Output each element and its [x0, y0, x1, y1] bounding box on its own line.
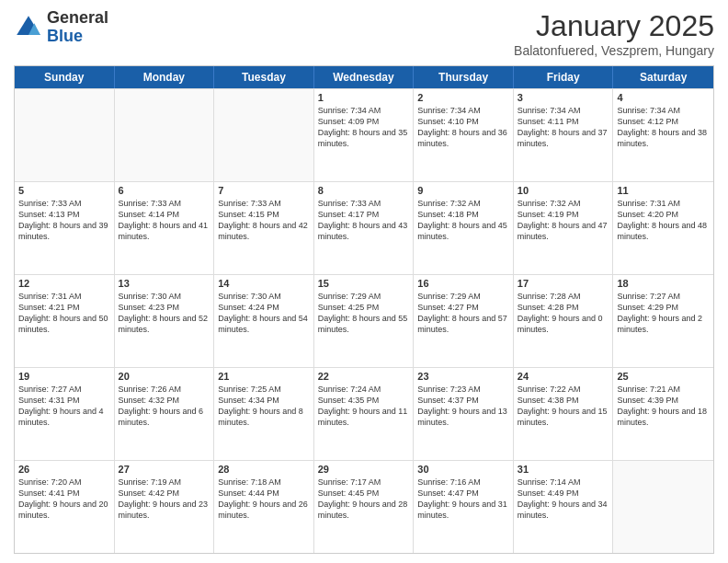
- header: General Blue January 2025 Balatonfuered,…: [14, 9, 714, 58]
- calendar-cell: 1Sunrise: 7:34 AM Sunset: 4:09 PM Daylig…: [314, 89, 415, 181]
- day-number: 29: [318, 464, 410, 475]
- calendar-cell: 28Sunrise: 7:18 AM Sunset: 4:44 PM Dayli…: [214, 461, 314, 553]
- calendar-cell: 2Sunrise: 7:34 AM Sunset: 4:10 PM Daylig…: [414, 89, 514, 181]
- day-number: 3: [518, 92, 609, 103]
- day-info: Sunrise: 7:18 AM Sunset: 4:44 PM Dayligh…: [218, 477, 310, 522]
- day-info: Sunrise: 7:20 AM Sunset: 4:41 PM Dayligh…: [18, 477, 110, 522]
- logo-general: General: [47, 9, 108, 28]
- calendar-cell: 29Sunrise: 7:17 AM Sunset: 4:45 PM Dayli…: [314, 461, 415, 553]
- day-number: 30: [417, 464, 509, 475]
- day-number: 27: [119, 464, 210, 475]
- calendar-cell: 30Sunrise: 7:16 AM Sunset: 4:47 PM Dayli…: [414, 461, 514, 553]
- calendar-cell: 16Sunrise: 7:29 AM Sunset: 4:27 PM Dayli…: [414, 275, 514, 367]
- calendar-row: 19Sunrise: 7:27 AM Sunset: 4:31 PM Dayli…: [15, 367, 713, 460]
- calendar-cell: [15, 89, 115, 181]
- day-info: Sunrise: 7:17 AM Sunset: 4:45 PM Dayligh…: [318, 477, 410, 522]
- header-day: Thursday: [414, 66, 514, 88]
- calendar-row: 12Sunrise: 7:31 AM Sunset: 4:21 PM Dayli…: [15, 274, 713, 367]
- header-day: Tuesday: [214, 66, 314, 88]
- calendar-cell: 8Sunrise: 7:33 AM Sunset: 4:17 PM Daylig…: [314, 182, 415, 274]
- calendar-row: 26Sunrise: 7:20 AM Sunset: 4:41 PM Dayli…: [15, 460, 713, 553]
- calendar-cell: 9Sunrise: 7:32 AM Sunset: 4:18 PM Daylig…: [414, 182, 514, 274]
- day-info: Sunrise: 7:34 AM Sunset: 4:10 PM Dayligh…: [417, 105, 509, 150]
- month-title: January 2025: [514, 9, 714, 43]
- header-day: Wednesday: [314, 66, 415, 88]
- calendar-cell: 11Sunrise: 7:31 AM Sunset: 4:20 PM Dayli…: [613, 182, 713, 274]
- day-number: 12: [18, 278, 110, 289]
- header-day: Sunday: [15, 66, 115, 88]
- calendar-cell: 15Sunrise: 7:29 AM Sunset: 4:25 PM Dayli…: [314, 275, 415, 367]
- calendar-cell: 19Sunrise: 7:27 AM Sunset: 4:31 PM Dayli…: [15, 368, 115, 460]
- day-info: Sunrise: 7:31 AM Sunset: 4:21 PM Dayligh…: [18, 291, 110, 336]
- day-number: 11: [617, 185, 710, 196]
- calendar-cell: 24Sunrise: 7:22 AM Sunset: 4:38 PM Dayli…: [514, 368, 614, 460]
- calendar-cell: 23Sunrise: 7:23 AM Sunset: 4:37 PM Dayli…: [414, 368, 514, 460]
- day-number: 1: [318, 92, 410, 103]
- header-day: Saturday: [613, 66, 713, 88]
- day-info: Sunrise: 7:23 AM Sunset: 4:37 PM Dayligh…: [417, 384, 509, 429]
- day-info: Sunrise: 7:29 AM Sunset: 4:25 PM Dayligh…: [318, 291, 410, 336]
- day-info: Sunrise: 7:28 AM Sunset: 4:28 PM Dayligh…: [518, 291, 609, 336]
- day-number: 20: [119, 371, 210, 382]
- calendar-cell: 3Sunrise: 7:34 AM Sunset: 4:11 PM Daylig…: [514, 89, 614, 181]
- calendar-cell: 22Sunrise: 7:24 AM Sunset: 4:35 PM Dayli…: [314, 368, 415, 460]
- day-info: Sunrise: 7:22 AM Sunset: 4:38 PM Dayligh…: [518, 384, 609, 429]
- title-block: January 2025 Balatonfuered, Veszprem, Hu…: [514, 9, 714, 58]
- calendar: SundayMondayTuesdayWednesdayThursdayFrid…: [14, 65, 714, 554]
- day-info: Sunrise: 7:24 AM Sunset: 4:35 PM Dayligh…: [318, 384, 410, 429]
- day-info: Sunrise: 7:26 AM Sunset: 4:32 PM Dayligh…: [119, 384, 210, 429]
- header-day: Friday: [514, 66, 614, 88]
- day-info: Sunrise: 7:33 AM Sunset: 4:15 PM Dayligh…: [218, 198, 310, 243]
- day-number: 9: [417, 185, 509, 196]
- calendar-cell: 20Sunrise: 7:26 AM Sunset: 4:32 PM Dayli…: [115, 368, 215, 460]
- day-info: Sunrise: 7:19 AM Sunset: 4:42 PM Dayligh…: [119, 477, 210, 522]
- day-number: 17: [518, 278, 609, 289]
- day-number: 18: [617, 278, 710, 289]
- day-number: 24: [518, 371, 609, 382]
- day-info: Sunrise: 7:27 AM Sunset: 4:31 PM Dayligh…: [18, 384, 110, 429]
- day-info: Sunrise: 7:33 AM Sunset: 4:13 PM Dayligh…: [18, 198, 110, 243]
- logo-icon: [14, 13, 43, 42]
- day-info: Sunrise: 7:33 AM Sunset: 4:17 PM Dayligh…: [318, 198, 410, 243]
- calendar-row: 5Sunrise: 7:33 AM Sunset: 4:13 PM Daylig…: [15, 181, 713, 274]
- calendar-cell: 25Sunrise: 7:21 AM Sunset: 4:39 PM Dayli…: [613, 368, 713, 460]
- day-info: Sunrise: 7:30 AM Sunset: 4:24 PM Dayligh…: [218, 291, 310, 336]
- day-number: 4: [617, 92, 710, 103]
- calendar-cell: 17Sunrise: 7:28 AM Sunset: 4:28 PM Dayli…: [514, 275, 614, 367]
- day-number: 16: [417, 278, 509, 289]
- day-number: 5: [18, 185, 110, 196]
- day-number: 25: [617, 371, 710, 382]
- day-info: Sunrise: 7:30 AM Sunset: 4:23 PM Dayligh…: [119, 291, 210, 336]
- calendar-cell: 21Sunrise: 7:25 AM Sunset: 4:34 PM Dayli…: [214, 368, 314, 460]
- calendar-cell: [613, 461, 713, 553]
- calendar-cell: 10Sunrise: 7:32 AM Sunset: 4:19 PM Dayli…: [514, 182, 614, 274]
- calendar-header: SundayMondayTuesdayWednesdayThursdayFrid…: [15, 66, 713, 88]
- logo-text: General Blue: [47, 9, 108, 46]
- day-info: Sunrise: 7:33 AM Sunset: 4:14 PM Dayligh…: [119, 198, 210, 243]
- day-number: 21: [218, 371, 310, 382]
- day-info: Sunrise: 7:34 AM Sunset: 4:11 PM Dayligh…: [518, 105, 609, 150]
- day-info: Sunrise: 7:32 AM Sunset: 4:18 PM Dayligh…: [417, 198, 509, 243]
- day-info: Sunrise: 7:29 AM Sunset: 4:27 PM Dayligh…: [417, 291, 509, 336]
- calendar-cell: 12Sunrise: 7:31 AM Sunset: 4:21 PM Dayli…: [15, 275, 115, 367]
- day-number: 23: [417, 371, 509, 382]
- calendar-cell: [115, 89, 215, 181]
- day-info: Sunrise: 7:27 AM Sunset: 4:29 PM Dayligh…: [617, 291, 710, 336]
- day-info: Sunrise: 7:14 AM Sunset: 4:49 PM Dayligh…: [518, 477, 609, 522]
- logo-blue: Blue: [47, 28, 108, 46]
- calendar-cell: 31Sunrise: 7:14 AM Sunset: 4:49 PM Dayli…: [514, 461, 614, 553]
- calendar-cell: 14Sunrise: 7:30 AM Sunset: 4:24 PM Dayli…: [214, 275, 314, 367]
- day-number: 26: [18, 464, 110, 475]
- day-info: Sunrise: 7:34 AM Sunset: 4:12 PM Dayligh…: [617, 105, 710, 150]
- day-number: 8: [318, 185, 410, 196]
- header-day: Monday: [115, 66, 215, 88]
- day-info: Sunrise: 7:16 AM Sunset: 4:47 PM Dayligh…: [417, 477, 509, 522]
- day-number: 13: [119, 278, 210, 289]
- calendar-cell: 7Sunrise: 7:33 AM Sunset: 4:15 PM Daylig…: [214, 182, 314, 274]
- calendar-cell: 13Sunrise: 7:30 AM Sunset: 4:23 PM Dayli…: [115, 275, 215, 367]
- calendar-cell: 27Sunrise: 7:19 AM Sunset: 4:42 PM Dayli…: [115, 461, 215, 553]
- day-number: 19: [18, 371, 110, 382]
- calendar-cell: 6Sunrise: 7:33 AM Sunset: 4:14 PM Daylig…: [115, 182, 215, 274]
- day-number: 2: [417, 92, 509, 103]
- day-number: 6: [119, 185, 210, 196]
